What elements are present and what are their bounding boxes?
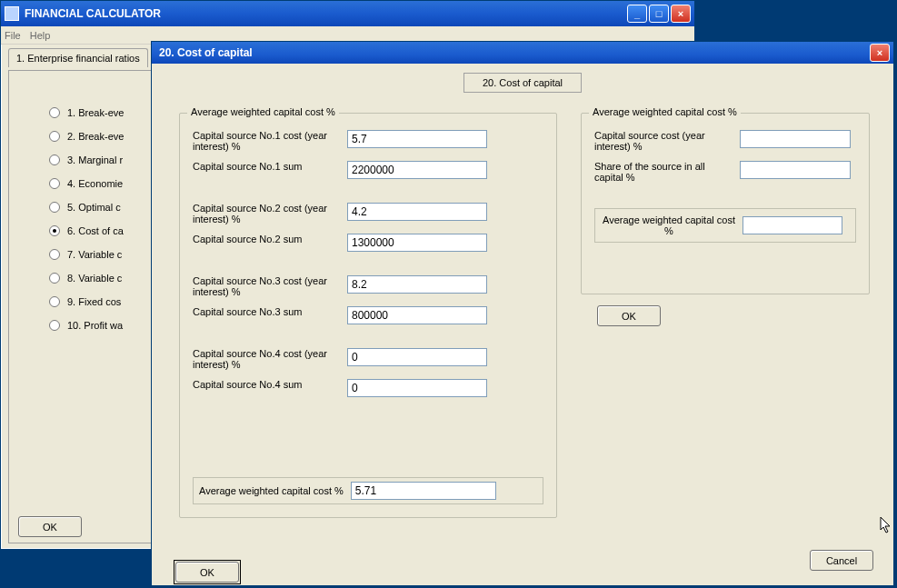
radio-label: 7. Variable c <box>67 249 122 260</box>
main-ok-button[interactable]: OK <box>18 516 82 537</box>
right-groupbox: Average weighted capital cost % Capital … <box>581 113 870 294</box>
close-button[interactable]: × <box>671 5 691 23</box>
radio-dot-icon <box>49 178 60 189</box>
cost-of-capital-dialog: 20. Cost of capital × 20. Cost of capita… <box>151 41 894 586</box>
radio-dot-icon <box>49 225 60 236</box>
radio-dot-icon <box>49 131 60 142</box>
cursor-icon <box>880 516 892 534</box>
field-input[interactable] <box>347 130 487 148</box>
radio-label: 10. Profit wa <box>67 320 123 331</box>
dialog-close-button[interactable]: × <box>870 44 890 62</box>
field-label: Capital source No.1 cost (year interest)… <box>193 130 347 152</box>
field-label: Capital source No.4 cost (year interest)… <box>193 348 347 370</box>
field-label: Capital source No.3 cost (year interest)… <box>193 275 347 297</box>
radio-dot-icon <box>49 107 60 118</box>
left-form-row: Capital source No.4 cost (year interest)… <box>193 348 543 370</box>
dialog-cancel-button[interactable]: Cancel <box>810 550 873 571</box>
right-form-row: Capital source cost (year interest) % <box>594 130 856 152</box>
main-title: FINANCIAL CALCULATOR <box>25 7 627 20</box>
dialog-ok-button[interactable]: OK <box>175 562 239 583</box>
radio-label: 8. Variable c <box>67 273 122 284</box>
field-input[interactable] <box>740 130 851 148</box>
left-result-label: Average weighted capital cost % <box>199 485 344 496</box>
menu-file[interactable]: File <box>5 30 21 41</box>
field-input[interactable] <box>347 379 487 397</box>
left-group-legend: Average weighted capital cost % <box>187 106 339 117</box>
dialog-titlebar: 20. Cost of capital × <box>152 42 893 64</box>
left-result-value[interactable] <box>351 482 496 500</box>
field-label: Capital source No.2 sum <box>193 234 347 244</box>
radio-dot-icon <box>49 249 60 260</box>
app-icon <box>5 6 19 21</box>
left-form-row: Capital source No.3 sum <box>193 306 543 324</box>
left-form-row: Capital source No.2 sum <box>193 234 543 252</box>
field-input[interactable] <box>347 348 487 366</box>
tab-enterprise-ratios[interactable]: 1. Enterprise financial ratios <box>8 48 148 67</box>
field-label: Capital source cost (year interest) % <box>594 130 740 152</box>
field-label: Share of the source in all capital % <box>594 161 740 183</box>
radio-label: 3. Marginal r <box>67 154 123 165</box>
field-input[interactable] <box>347 306 487 324</box>
field-input[interactable] <box>347 203 487 221</box>
radio-label: 4. Economie <box>67 178 123 189</box>
dialog-tab[interactable]: 20. Cost of capital <box>463 73 582 93</box>
right-group-legend: Average weighted capital cost % <box>589 106 741 117</box>
field-label: Capital source No.3 sum <box>193 306 347 317</box>
radio-dot-icon <box>49 296 60 307</box>
left-result-box: Average weighted capital cost % <box>193 477 543 504</box>
left-groupbox: Average weighted capital cost % Capital … <box>179 113 557 518</box>
field-input[interactable] <box>347 275 487 294</box>
menu-help[interactable]: Help <box>30 30 51 41</box>
left-form-row: Capital source No.2 cost (year interest)… <box>193 203 543 224</box>
maximize-button[interactable]: □ <box>649 5 669 23</box>
field-input[interactable] <box>347 234 487 252</box>
right-ok-button[interactable]: OK <box>597 305 661 326</box>
radio-dot-icon <box>49 273 60 284</box>
right-form-row: Share of the source in all capital % <box>594 161 856 183</box>
minimize-button[interactable]: _ <box>627 5 647 23</box>
radio-label: 9. Fixed cos <box>67 296 121 307</box>
radio-label: 5. Optimal c <box>67 202 121 213</box>
field-input[interactable] <box>347 161 487 179</box>
field-input[interactable] <box>740 161 851 179</box>
radio-label: 6. Cost of ca <box>67 225 124 236</box>
left-form-row: Capital source No.1 cost (year interest)… <box>193 130 543 152</box>
right-result-label: Average weighted capital cost % <box>601 214 737 236</box>
field-label: Capital source No.4 sum <box>193 379 347 390</box>
left-form-row: Capital source No.4 sum <box>193 379 543 397</box>
radio-label: 1. Break-eve <box>67 107 124 118</box>
radio-label: 2. Break-eve <box>67 131 124 142</box>
dialog-title: 20. Cost of capital <box>159 46 253 59</box>
radio-dot-icon <box>49 154 60 165</box>
left-form-row: Capital source No.3 cost (year interest)… <box>193 275 543 297</box>
right-result-value[interactable] <box>743 216 842 234</box>
right-result-box: Average weighted capital cost % <box>594 208 856 243</box>
main-titlebar: FINANCIAL CALCULATOR _ □ × <box>1 1 694 26</box>
field-label: Capital source No.1 sum <box>193 161 347 172</box>
left-form-row: Capital source No.1 sum <box>193 161 543 179</box>
field-label: Capital source No.2 cost (year interest)… <box>193 203 347 224</box>
radio-dot-icon <box>49 202 60 213</box>
radio-dot-icon <box>49 320 60 331</box>
